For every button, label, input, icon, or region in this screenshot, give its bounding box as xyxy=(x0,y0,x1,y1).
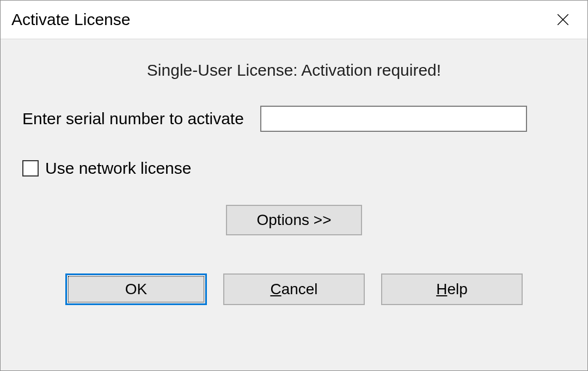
close-button[interactable] xyxy=(549,6,577,33)
dialog-title: Activate License xyxy=(11,10,130,29)
activate-license-dialog: Activate License Single-User License: Ac… xyxy=(0,0,588,371)
action-button-row: OK Cancel Help xyxy=(22,273,566,305)
serial-input[interactable] xyxy=(260,106,527,132)
ok-button[interactable]: OK xyxy=(65,273,207,305)
help-rest: elp xyxy=(447,281,467,298)
cancel-button[interactable]: Cancel xyxy=(223,273,365,305)
serial-field-row: Enter serial number to activate xyxy=(22,106,566,132)
options-row: Options >> xyxy=(22,205,566,235)
close-icon xyxy=(556,13,570,27)
serial-label: Enter serial number to activate xyxy=(22,110,244,128)
network-license-row[interactable]: Use network license xyxy=(22,159,566,178)
cancel-mnemonic: C xyxy=(270,281,281,298)
dialog-content: Single-User License: Activation required… xyxy=(1,39,587,370)
network-license-checkbox[interactable] xyxy=(22,160,39,177)
help-button[interactable]: Help xyxy=(381,273,523,305)
cancel-rest: ancel xyxy=(281,281,318,298)
options-button[interactable]: Options >> xyxy=(226,205,362,235)
titlebar: Activate License xyxy=(1,1,587,39)
activation-heading: Single-User License: Activation required… xyxy=(22,61,566,80)
help-mnemonic: H xyxy=(436,281,447,298)
network-license-label: Use network license xyxy=(45,159,191,178)
